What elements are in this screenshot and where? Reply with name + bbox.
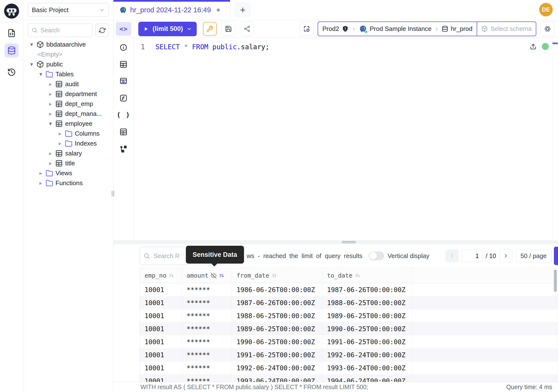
- connection-selector[interactable]: Prod2 Prod Sample Instance hr_prod: [318, 22, 477, 36]
- cell[interactable]: 1990-06-25T00:00:00Z: [232, 335, 322, 348]
- caret-down-icon[interactable]: [48, 121, 53, 127]
- cell[interactable]: 1988-06-25T00:00:00Z: [322, 296, 412, 309]
- cell[interactable]: 1988-06-25T00:00:00Z: [232, 309, 322, 322]
- caret-right-icon[interactable]: [48, 111, 53, 117]
- tree-node-table[interactable]: employee: [23, 119, 113, 129]
- tree-node-table[interactable]: audit: [23, 79, 113, 89]
- caret-right-icon[interactable]: [38, 170, 44, 176]
- partitions-panel-button[interactable]: [120, 128, 127, 136]
- select-schema-button[interactable]: Select schema: [477, 22, 536, 36]
- cell-masked[interactable]: ******: [182, 322, 232, 335]
- add-tab-button[interactable]: +: [235, 2, 251, 17]
- sort-icon[interactable]: [355, 273, 360, 278]
- code-line-1[interactable]: 1 SELECT * FROM public.salary;: [134, 38, 558, 52]
- tree-node-table[interactable]: dept_emp: [23, 99, 113, 109]
- er-diagram-button[interactable]: [120, 145, 127, 153]
- cell[interactable]: 1990-06-25T00:00:00Z: [322, 322, 412, 335]
- sort-icon[interactable]: [169, 273, 174, 278]
- editor-results-splitter[interactable]: [113, 240, 558, 244]
- cell[interactable]: 1991-06-25T00:00:00Z: [232, 348, 322, 361]
- tree-node-table[interactable]: title: [23, 158, 113, 168]
- column-header-amount[interactable]: amount: [182, 268, 232, 283]
- cell[interactable]: 1993-06-24T00:00:00Z: [322, 361, 412, 374]
- share-worksheet-button[interactable]: [240, 22, 254, 36]
- export-button-edge[interactable]: [554, 247, 558, 265]
- caret-right-icon[interactable]: [48, 101, 53, 107]
- history-nav-button[interactable]: [5, 65, 18, 79]
- cell-masked[interactable]: ******: [182, 361, 232, 374]
- cell[interactable]: 10001: [140, 374, 182, 382]
- batch-query-button[interactable]: [300, 22, 314, 36]
- tree-node-table[interactable]: dept_mana...: [23, 109, 113, 119]
- cell-masked[interactable]: ******: [182, 348, 232, 361]
- cell[interactable]: 1987-06-26T00:00:00Z: [232, 296, 322, 309]
- cell[interactable]: 1986-06-26T00:00:00Z: [232, 283, 322, 296]
- caret-right-icon[interactable]: [48, 91, 53, 97]
- cell[interactable]: 10001: [140, 296, 182, 309]
- caret-right-icon[interactable]: [48, 81, 53, 87]
- refresh-schema-button[interactable]: [95, 23, 109, 37]
- cell-masked[interactable]: ******: [182, 309, 232, 322]
- caret-right-icon[interactable]: [48, 150, 53, 157]
- functions-panel-button[interactable]: [120, 94, 127, 102]
- caret-right-icon[interactable]: [38, 180, 44, 186]
- prev-page-button[interactable]: [445, 249, 459, 262]
- cell[interactable]: 1987-06-26T00:00:00Z: [322, 283, 412, 296]
- caret-right-icon[interactable]: [57, 140, 63, 147]
- sql-editor[interactable]: 1 SELECT * FROM public.salary;: [134, 38, 558, 240]
- cell[interactable]: 1994-06-24T00:00:00Z: [322, 374, 412, 382]
- next-page-button[interactable]: [499, 249, 512, 262]
- tree-node-functions[interactable]: Functions: [23, 178, 113, 188]
- caret-down-icon[interactable]: [38, 71, 44, 78]
- page-number-input[interactable]: 1: [462, 249, 482, 262]
- info-panel-button[interactable]: [120, 44, 127, 52]
- cell-masked[interactable]: ******: [182, 335, 232, 348]
- cell[interactable]: 1992-06-24T00:00:00Z: [232, 361, 322, 374]
- caret-right-icon[interactable]: [57, 130, 63, 137]
- panel-toggle-button[interactable]: <>: [116, 22, 131, 36]
- cell[interactable]: 10001: [140, 348, 182, 361]
- tree-node-schema[interactable]: public: [23, 59, 113, 69]
- tree-node-table[interactable]: department: [23, 89, 113, 99]
- cell[interactable]: 10001: [140, 322, 182, 335]
- vertical-display-toggle[interactable]: [369, 252, 384, 260]
- caret-down-icon[interactable]: [29, 41, 34, 48]
- cell[interactable]: 10001: [140, 283, 182, 296]
- cell-masked[interactable]: ******: [182, 374, 232, 382]
- caret-down-icon[interactable]: [29, 61, 34, 68]
- sort-icon[interactable]: [219, 273, 225, 278]
- format-sql-button[interactable]: [203, 22, 217, 36]
- cell-masked[interactable]: ******: [182, 283, 232, 296]
- user-avatar[interactable]: DE: [539, 3, 553, 17]
- splitter-grip[interactable]: [342, 241, 356, 243]
- cell[interactable]: 10001: [140, 361, 182, 374]
- cell[interactable]: 10001: [140, 309, 182, 322]
- editor-scrollbar[interactable]: [552, 38, 558, 240]
- page-size-select[interactable]: 50 / page: [515, 249, 552, 262]
- worksheet-tab[interactable]: hr_prod 2024-11-22 16:49: [113, 0, 230, 20]
- tree-node-database[interactable]: bbdataarchive: [23, 40, 113, 50]
- parameters-panel-button[interactable]: ( ): [117, 111, 130, 119]
- run-query-button[interactable]: (limit 500): [138, 22, 197, 36]
- cell[interactable]: 1989-06-25T00:00:00Z: [232, 322, 322, 335]
- tree-node-views[interactable]: Views: [23, 168, 113, 178]
- tree-node-table[interactable]: salary: [23, 148, 113, 158]
- tree-node-tables[interactable]: Tables: [23, 69, 113, 79]
- caret-right-icon[interactable]: [48, 160, 53, 166]
- results-scrollbar-thumb[interactable]: [554, 270, 557, 292]
- cell[interactable]: 1992-06-24T00:00:00Z: [322, 348, 412, 361]
- save-worksheet-button[interactable]: [222, 22, 235, 36]
- cell[interactable]: 10001: [140, 335, 182, 348]
- chevron-down-icon[interactable]: [187, 26, 192, 32]
- table-info-button[interactable]: [120, 60, 127, 68]
- sidebar-resize-handle[interactable]: [112, 191, 114, 196]
- column-header-from-date[interactable]: from_date: [232, 268, 322, 283]
- upload-sql-button[interactable]: [530, 43, 537, 50]
- column-header-emp-no[interactable]: emp_no: [140, 268, 182, 283]
- table-data-preview-button[interactable]: [120, 77, 127, 85]
- column-header-to-date[interactable]: to_date: [322, 268, 412, 283]
- sort-icon[interactable]: [271, 273, 277, 278]
- cell[interactable]: 1989-06-25T00:00:00Z: [322, 309, 412, 322]
- worksheets-nav-button[interactable]: [5, 26, 18, 40]
- ai-assistant-button[interactable]: [541, 22, 555, 36]
